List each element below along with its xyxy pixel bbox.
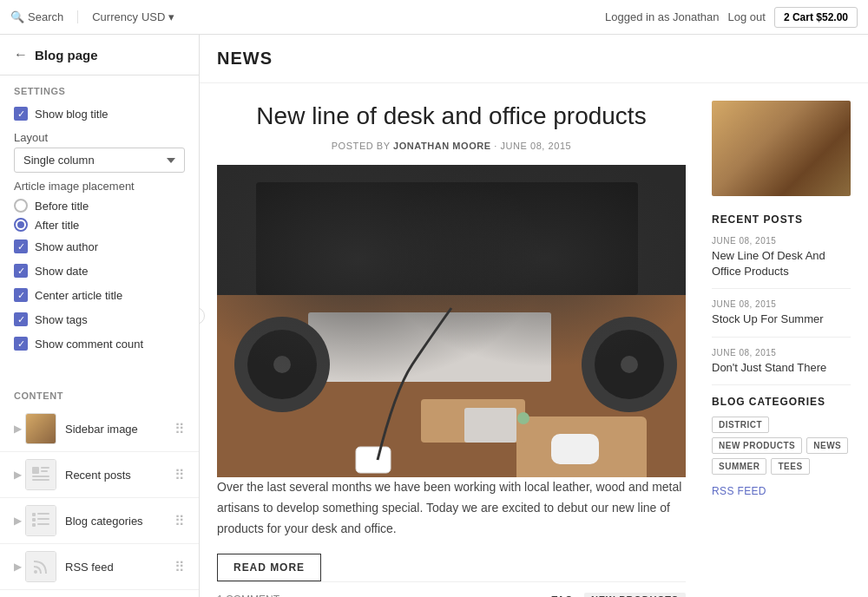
category-tag-summer[interactable]: SUMMER	[712, 458, 766, 475]
drag-handle-icon[interactable]: ⠿	[174, 421, 185, 437]
svg-rect-30	[464, 408, 516, 443]
recent-posts-title: RECENT POSTS	[712, 213, 851, 226]
show-blog-title-row: ✓ Show blog title	[14, 102, 185, 126]
article-author: JONATHAN MOORE	[393, 141, 491, 151]
currency-nav-item[interactable]: Currency USD ▾	[77, 10, 174, 23]
show-comment-count-label[interactable]: ✓ Show comment count	[14, 337, 143, 351]
rss-feed-link[interactable]: RSS FEED	[712, 485, 851, 497]
recent-post-title-3[interactable]: Don't Just Stand There	[712, 360, 851, 376]
blog-categories-section: BLOG CATEGORIES DISTRICT NEW PRODUCTS NE…	[712, 396, 851, 475]
placement-after-label: After title	[35, 219, 79, 232]
svg-rect-1	[41, 467, 49, 469]
placement-after-radio[interactable]	[14, 218, 28, 232]
svg-rect-12	[217, 165, 686, 477]
chevron-down-icon: ▾	[168, 10, 174, 23]
center-article-row: ✓ Center article title	[14, 283, 185, 307]
show-author-checkbox[interactable]: ✓	[14, 239, 28, 253]
layout-select[interactable]: Single column Two columns Three columns	[14, 148, 185, 173]
logged-in-text: Logged in as Jonathan	[605, 10, 720, 23]
show-comment-count-text: Show comment count	[35, 338, 143, 351]
show-date-text: Show date	[35, 265, 88, 278]
search-label: Search	[28, 10, 63, 23]
category-tag-district[interactable]: DISTRICT	[712, 417, 769, 433]
content-item-rss-feed[interactable]: ▶ RSS feed ⠿	[0, 544, 199, 590]
recent-post-item-1: JUNE 08, 2015 New Line Of Desk And Offic…	[712, 236, 851, 289]
content-item-sidebar-image[interactable]: ▶ Sidebar image ⠿	[0, 406, 199, 452]
sidebar-image-placeholder	[712, 101, 851, 196]
back-button[interactable]: ←	[14, 47, 28, 62]
show-date-label[interactable]: ✓ Show date	[14, 264, 88, 278]
read-more-button[interactable]: READ MORE	[217, 554, 321, 581]
placement-before-label: Before title	[35, 200, 89, 213]
article-body: Over the last several months we have bee…	[217, 477, 686, 539]
preview-inner: ◀ NEWS New line of desk and office produ…	[200, 35, 868, 597]
blog-main-content: New line of desk and office products POS…	[217, 101, 686, 597]
svg-rect-3	[32, 476, 49, 477]
drag-handle-icon[interactable]: ⠿	[174, 513, 185, 529]
rss-feed-icon	[25, 551, 56, 582]
show-date-checkbox[interactable]: ✓	[14, 264, 28, 278]
tag-value: NEW PRODUCTS	[584, 593, 686, 597]
svg-rect-25	[551, 434, 599, 464]
svg-point-21	[595, 330, 664, 399]
show-blog-title-label[interactable]: ✓ Show blog title	[14, 107, 108, 121]
category-tag-new-products[interactable]: NEW PRODUCTS	[712, 437, 802, 454]
category-tag-tees[interactable]: TEES	[771, 458, 809, 475]
show-blog-title-checkbox[interactable]: ✓	[14, 107, 28, 121]
content-item-recent-posts[interactable]: ▶ Recent posts ⠿	[0, 452, 199, 498]
recent-post-date-2: JUNE 08, 2015	[712, 299, 851, 309]
preview-area: ◀ NEWS New line of desk and office produ…	[200, 35, 868, 597]
check-icon: ✓	[17, 291, 25, 300]
show-tags-text: Show tags	[35, 313, 88, 326]
placement-label: Article image placement	[14, 173, 185, 196]
blog-layout: New line of desk and office products POS…	[200, 83, 868, 597]
blog-categories-title: BLOG CATEGORIES	[712, 396, 851, 408]
show-comment-count-row: ✓ Show comment count	[14, 331, 185, 356]
show-tags-label[interactable]: ✓ Show tags	[14, 312, 88, 326]
drag-handle-icon[interactable]: ⠿	[174, 559, 185, 575]
sidebar-title: Blog page	[35, 48, 98, 62]
blog-right-sidebar: RECENT POSTS JUNE 08, 2015 New Line Of D…	[712, 101, 851, 597]
comment-count: 1 COMMENT	[217, 594, 279, 597]
article-title: New line of desk and office products	[217, 101, 686, 132]
check-icon: ✓	[17, 266, 25, 276]
rss-feed-label: RSS feed	[65, 561, 171, 574]
content-item-blog-categories[interactable]: ▶ Blog categories ⠿	[0, 498, 199, 544]
recent-post-title-1[interactable]: New Line Of Desk And Office Products	[712, 248, 851, 279]
svg-point-17	[234, 317, 330, 412]
svg-point-18	[247, 330, 317, 399]
settings-sidebar: ← Blog page SETTINGS ✓ Show blog title L…	[0, 35, 200, 597]
category-tag-news[interactable]: NEWS	[806, 437, 848, 454]
show-author-label[interactable]: ✓ Show author	[14, 239, 98, 253]
main-layout: ← Blog page SETTINGS ✓ Show blog title L…	[0, 35, 868, 597]
svg-point-11	[34, 570, 37, 574]
recent-post-item-3: JUNE 08, 2015 Don't Just Stand There	[712, 348, 851, 385]
recent-posts-section: RECENT POSTS JUNE 08, 2015 New Line Of D…	[712, 213, 851, 385]
article-footer: 1 COMMENT TAG: NEW PRODUCTS	[217, 581, 686, 597]
blog-categories-label: Blog categories	[65, 515, 171, 528]
svg-point-29	[517, 412, 529, 424]
sidebar-header: ← Blog page	[0, 35, 199, 75]
svg-rect-6	[37, 513, 49, 515]
logout-button[interactable]: Log out	[728, 10, 766, 23]
show-date-row: ✓ Show date	[14, 259, 185, 283]
search-nav-item[interactable]: 🔍 Search	[10, 10, 63, 23]
svg-rect-7	[32, 518, 36, 522]
tag-section: TAG: NEW PRODUCTS	[551, 593, 686, 597]
drag-handle-icon[interactable]: ⠿	[174, 467, 185, 483]
search-icon: 🔍	[10, 10, 24, 23]
svg-rect-8	[37, 518, 49, 520]
settings-panel: ✓ Show blog title Layout Single column T…	[0, 102, 199, 366]
show-comment-count-checkbox[interactable]: ✓	[14, 337, 28, 351]
radio-dot	[17, 221, 24, 228]
placement-before-radio[interactable]	[14, 199, 28, 213]
center-article-checkbox[interactable]: ✓	[14, 288, 28, 302]
top-navigation: 🔍 Search Currency USD ▾ Logged in as Jon…	[0, 0, 868, 35]
blog-section-header: NEWS	[200, 35, 868, 83]
center-article-label[interactable]: ✓ Center article title	[14, 288, 122, 302]
expand-icon: ▶	[14, 423, 22, 435]
svg-rect-16	[308, 312, 551, 382]
cart-button[interactable]: 2 Cart $52.00	[774, 7, 858, 28]
recent-post-title-2[interactable]: Stock Up For Summer	[712, 312, 851, 327]
show-tags-checkbox[interactable]: ✓	[14, 312, 28, 326]
